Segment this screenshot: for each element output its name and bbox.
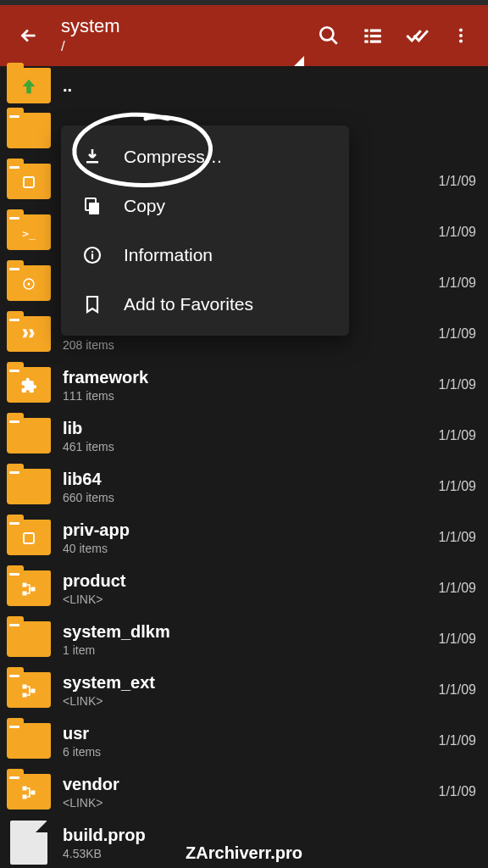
item-meta: 1 item	[63, 643, 439, 657]
up-row[interactable]: ..	[0, 66, 488, 105]
info-icon	[80, 245, 105, 265]
item-meta: 461 items	[63, 440, 439, 453]
app-bar: system /	[0, 5, 488, 66]
item-meta: 660 items	[63, 491, 439, 504]
search-icon[interactable]	[312, 19, 346, 53]
folder-icon	[7, 316, 51, 352]
item-date: 1/1/09	[439, 377, 476, 392]
item-meta: <LINK>	[63, 694, 439, 708]
list-item[interactable]: usr 6 items 1/1/09	[0, 715, 488, 766]
item-date: 1/1/09	[439, 632, 476, 647]
item-name: usr	[63, 724, 439, 743]
svg-rect-19	[23, 693, 27, 698]
svg-rect-3	[364, 35, 368, 37]
item-meta: 6 items	[63, 745, 439, 759]
list-item[interactable]: priv-app 40 items 1/1/09	[0, 512, 488, 563]
folder-icon	[7, 774, 51, 810]
svg-rect-24	[89, 203, 99, 214]
folder-icon	[7, 265, 51, 301]
ctx-label: Information	[124, 245, 213, 265]
item-name: build.prop	[63, 826, 476, 845]
folder-icon	[7, 113, 51, 148]
list-item[interactable]: framework 111 items 1/1/09	[0, 359, 488, 410]
svg-rect-14	[23, 583, 27, 587]
up-folder-icon	[7, 68, 51, 103]
item-meta: 208 items	[63, 338, 439, 352]
item-date: 1/1/09	[439, 479, 476, 494]
title-block[interactable]: system /	[61, 16, 312, 55]
context-menu: Compress… Copy Information Add to Favori…	[61, 125, 349, 336]
svg-rect-16	[23, 592, 27, 596]
folder-icon	[7, 367, 51, 403]
item-date: 1/1/09	[439, 326, 476, 342]
item-date: 1/1/09	[439, 275, 476, 291]
svg-rect-20	[23, 787, 27, 791]
select-all-icon[interactable]	[400, 19, 434, 53]
svg-rect-13	[24, 533, 34, 543]
svg-rect-2	[370, 29, 381, 31]
folder-icon: >_	[7, 214, 51, 250]
item-date: 1/1/09	[439, 225, 476, 240]
svg-point-7	[459, 29, 463, 32]
bookmark-icon	[80, 294, 105, 314]
ctx-add-favorites[interactable]: Add to Favorites	[61, 280, 349, 329]
list-item[interactable]: vendor <LINK> 1/1/09	[0, 766, 488, 817]
dropdown-indicator[interactable]	[291, 53, 304, 66]
item-date: 1/1/09	[439, 733, 476, 748]
file-icon	[10, 821, 47, 865]
folder-icon	[7, 520, 51, 555]
svg-rect-17	[23, 685, 27, 689]
list-item[interactable]: system_ext <LINK> 1/1/09	[0, 665, 488, 715]
copy-icon	[80, 196, 105, 216]
ctx-copy[interactable]: Copy	[61, 181, 349, 231]
path: /	[61, 38, 312, 55]
list-item[interactable]: product <LINK> 1/1/09	[0, 563, 488, 614]
item-meta: <LINK>	[63, 796, 439, 810]
folder-icon	[7, 418, 51, 453]
list-item[interactable]: lib 461 items 1/1/09	[0, 410, 488, 461]
ctx-label: Copy	[124, 196, 165, 216]
compress-icon	[80, 147, 105, 167]
item-meta: 40 items	[63, 542, 439, 555]
svg-rect-10	[24, 177, 34, 187]
folder-icon	[7, 723, 51, 759]
watermark: ZArchiverr.pro	[186, 843, 302, 863]
svg-rect-15	[31, 587, 36, 592]
item-date: 1/1/09	[439, 530, 476, 545]
svg-point-0	[320, 27, 333, 40]
item-date: 1/1/09	[439, 174, 476, 189]
svg-rect-18	[31, 689, 36, 693]
svg-rect-5	[364, 40, 368, 42]
list-item[interactable]: lib64 660 items 1/1/09	[0, 461, 488, 512]
ctx-information[interactable]: Information	[61, 231, 349, 280]
item-date: 1/1/09	[439, 682, 476, 698]
up-label: ..	[63, 76, 476, 96]
overflow-menu-icon[interactable]	[444, 19, 478, 53]
svg-rect-21	[31, 791, 36, 795]
item-meta: 111 items	[63, 389, 439, 403]
svg-point-8	[459, 34, 463, 37]
folder-icon	[7, 469, 51, 504]
item-name: lib	[63, 419, 439, 438]
svg-point-12	[28, 283, 30, 286]
svg-rect-23	[86, 161, 98, 164]
list-item[interactable]: system_dlkm 1 item 1/1/09	[0, 614, 488, 665]
svg-rect-1	[364, 29, 368, 31]
item-name: lib64	[63, 470, 439, 489]
item-date: 1/1/09	[439, 581, 476, 596]
ctx-label: Add to Favorites	[124, 294, 253, 314]
title: system	[61, 16, 312, 36]
svg-rect-4	[370, 35, 381, 37]
ctx-label: Compress…	[124, 147, 223, 167]
back-button[interactable]	[10, 17, 47, 54]
item-date: 1/1/09	[439, 428, 476, 443]
item-name: framework	[63, 368, 439, 387]
item-name: priv-app	[63, 520, 439, 540]
svg-point-9	[459, 39, 463, 42]
view-mode-icon[interactable]	[356, 19, 390, 53]
ctx-compress[interactable]: Compress…	[61, 132, 349, 181]
folder-icon	[7, 164, 51, 199]
folder-icon	[7, 570, 51, 606]
item-name: vendor	[63, 775, 439, 794]
item-meta: <LINK>	[63, 593, 439, 606]
